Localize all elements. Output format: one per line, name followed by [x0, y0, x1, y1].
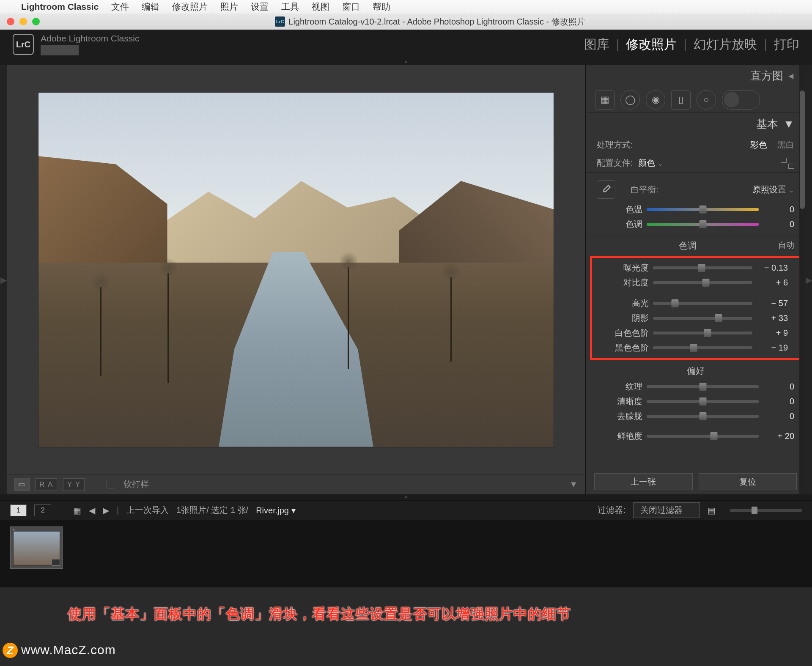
tone-highlight-box: 曝光度− 0.13对比度+ 6高光− 57阴影+ 33白色色阶+ 9黑色色阶− …	[590, 256, 801, 360]
wb-slider-value[interactable]: 0	[763, 205, 794, 214]
spot-tool-icon[interactable]: ◯	[620, 90, 640, 110]
right-panel-collapse-icon[interactable]: ▶	[805, 65, 812, 494]
wb-dropdown[interactable]: 原照设置⌄	[752, 184, 794, 195]
wb-eyedropper-icon[interactable]	[597, 180, 615, 199]
auto-tone-button[interactable]: 自动	[778, 240, 794, 252]
filter-lock-icon[interactable]: ▤	[708, 505, 716, 515]
treatment-label: 处理方式:	[597, 139, 633, 151]
breadcrumb-filename[interactable]: River.jpg ▾	[256, 505, 295, 515]
bottom-collapse-icon[interactable]: ▲	[0, 494, 812, 500]
menubar-appname[interactable]: Lightroom Classic	[21, 2, 99, 12]
treatment-color[interactable]: 彩色	[750, 139, 767, 151]
tone-slider-value[interactable]: + 6	[757, 278, 788, 288]
before-after-tb-button[interactable]: Y Y	[63, 478, 85, 491]
tone-slider-slider[interactable]	[653, 281, 752, 284]
menu-window[interactable]: 窗口	[342, 1, 360, 13]
menu-file[interactable]: 文件	[111, 1, 129, 13]
tone-slider-label: 白色色阶	[603, 327, 649, 339]
minimize-window-button[interactable]	[19, 18, 27, 25]
right-panel-scrollbar[interactable]	[799, 65, 805, 494]
wb-slider-slider[interactable]	[647, 208, 759, 211]
lrc-logo-icon: LrC	[13, 34, 34, 55]
module-print[interactable]: 打印	[774, 36, 799, 53]
redeye-tool-icon[interactable]: ◉	[646, 90, 665, 110]
module-develop[interactable]: 修改照片	[626, 36, 677, 53]
softproof-checkbox[interactable]	[107, 481, 114, 488]
wb-slider-label: 色温	[597, 204, 642, 215]
zoom-window-button[interactable]	[32, 18, 40, 25]
profile-browser-icon[interactable]	[781, 158, 794, 169]
presence-slider-row: 清晰度0	[586, 394, 805, 409]
menu-photo[interactable]: 照片	[220, 1, 238, 13]
filter-dropdown[interactable]: 关闭过滤器	[633, 502, 700, 518]
identity-plate[interactable]	[41, 45, 79, 55]
tone-slider-slider[interactable]	[653, 332, 752, 334]
filmstrip-thumbnail[interactable]: 1	[10, 526, 63, 569]
screen-2-tab[interactable]: 2	[34, 504, 51, 516]
radial-tool-icon[interactable]: ○	[697, 90, 716, 110]
previous-button[interactable]: 上一张	[594, 473, 693, 490]
menu-develop[interactable]: 修改照片	[172, 1, 208, 13]
tone-heading: 色调	[679, 240, 697, 252]
thumbnail-size-slider[interactable]	[730, 509, 802, 512]
profile-label: 配置文件:	[597, 157, 633, 169]
breadcrumb-count: 1张照片/ 选定 1 张/	[176, 504, 248, 516]
tone-slider-slider[interactable]	[653, 266, 752, 269]
preview-photo[interactable]	[38, 92, 554, 447]
masking-tool-icon[interactable]: ▯	[671, 90, 691, 110]
wb-slider-row: 色温0	[586, 202, 805, 217]
menu-help[interactable]: 帮助	[373, 1, 390, 13]
histogram-header[interactable]: 直方图◀	[586, 65, 805, 87]
tool-strip: ▦ ◯ ◉ ▯ ○	[586, 87, 805, 112]
next-photo-icon[interactable]: ▶	[103, 505, 109, 515]
close-window-button[interactable]	[7, 18, 14, 25]
tone-slider-value[interactable]: − 0.13	[757, 263, 788, 273]
presence-slider-slider[interactable]	[647, 400, 759, 403]
wb-slider-value[interactable]: 0	[763, 219, 794, 229]
reset-button[interactable]: 复位	[699, 473, 797, 490]
tone-slider-slider[interactable]	[653, 317, 752, 320]
brush-tool-icon[interactable]	[722, 90, 760, 110]
presence-slider-value[interactable]: 0	[763, 397, 794, 406]
wb-slider-label: 色调	[597, 219, 642, 230]
menu-settings[interactable]: 设置	[251, 1, 269, 13]
loupe-view-button[interactable]: ▭	[14, 478, 30, 491]
module-library[interactable]: 图库	[584, 36, 609, 53]
presence-slider-slider[interactable]	[647, 415, 759, 418]
menu-view[interactable]: 视图	[312, 1, 329, 13]
profile-dropdown[interactable]: 颜色⌄	[638, 157, 663, 169]
vibrance-slider-value[interactable]: + 20	[763, 431, 794, 441]
tone-slider-slider[interactable]	[653, 302, 752, 305]
module-picker: 图库| 修改照片| 幻灯片放映| 打印	[584, 36, 799, 53]
wb-slider-slider[interactable]	[647, 223, 759, 226]
prev-photo-icon[interactable]: ◀	[89, 505, 95, 515]
tone-slider-value[interactable]: − 19	[757, 343, 788, 353]
presence-slider-slider[interactable]	[647, 385, 759, 388]
screen-1-tab[interactable]: 1	[10, 504, 27, 516]
toolbar-menu-icon[interactable]: ▼	[569, 480, 578, 489]
filmstrip[interactable]: 1	[0, 520, 812, 587]
basic-panel-header[interactable]: 基本▼	[586, 112, 805, 136]
vibrance-slider-slider[interactable]	[647, 435, 759, 438]
presence-heading: 偏好	[687, 365, 705, 377]
menu-edit[interactable]: 编辑	[142, 1, 159, 13]
module-slideshow[interactable]: 幻灯片放映	[694, 36, 757, 53]
presence-slider-value[interactable]: 0	[763, 382, 794, 392]
tone-slider-value[interactable]: + 33	[757, 313, 788, 323]
crop-tool-icon[interactable]: ▦	[595, 90, 614, 110]
presence-slider-value[interactable]: 0	[763, 411, 794, 421]
tone-slider-value[interactable]: + 9	[757, 328, 788, 338]
breadcrumb-source[interactable]: 上一次导入	[126, 504, 169, 516]
menu-tools[interactable]: 工具	[281, 1, 299, 13]
collapse-icon: ▼	[783, 118, 794, 131]
before-after-lr-button[interactable]: R A	[36, 478, 57, 491]
left-panel-expand-icon[interactable]: ▶	[0, 65, 7, 494]
tone-slider-slider[interactable]	[653, 346, 752, 349]
treatment-bw[interactable]: 黑白	[777, 139, 794, 151]
tone-slider-row: 阴影+ 33	[592, 311, 799, 326]
top-panel-collapse-icon[interactable]: ▲	[0, 59, 812, 65]
image-canvas[interactable]	[7, 65, 585, 474]
vibrance-slider-row: 鲜艳度+ 20	[586, 429, 805, 444]
tone-slider-value[interactable]: − 57	[757, 299, 788, 308]
grid-view-icon[interactable]: ▦	[73, 505, 81, 515]
